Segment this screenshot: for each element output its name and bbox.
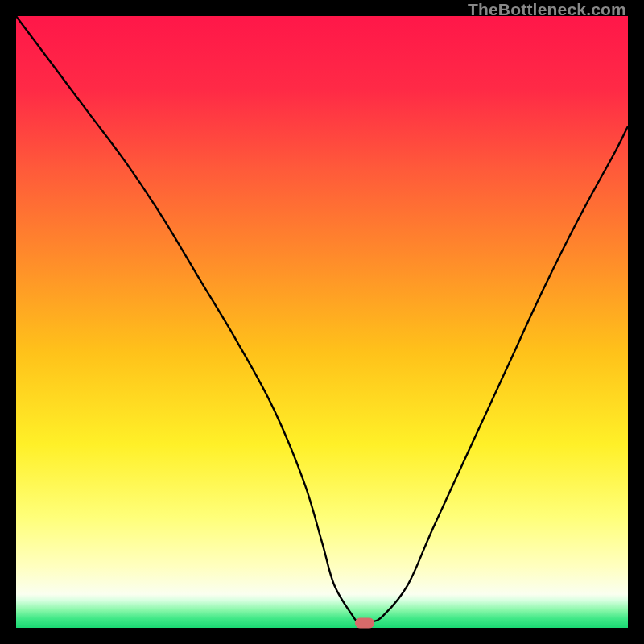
plot-area <box>16 16 628 628</box>
chart-svg <box>16 16 628 628</box>
chart-container: TheBottleneck.com <box>0 0 644 644</box>
watermark-label: TheBottleneck.com <box>468 0 626 19</box>
gradient-background <box>16 16 628 628</box>
optimal-point-marker <box>355 617 374 628</box>
